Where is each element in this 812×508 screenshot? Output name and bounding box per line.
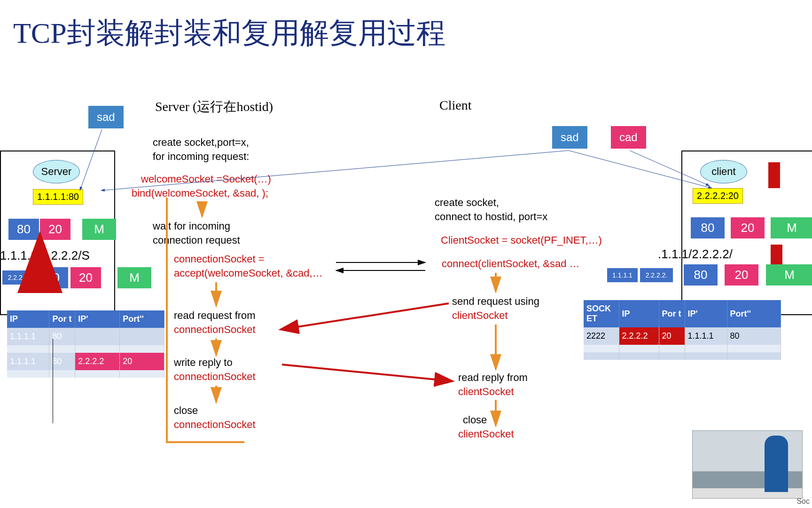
server-table: IPPor tIP'Port'' 1.1.1.180 1.1.1.1802.2.… [7,310,164,378]
footer: Soc [796,497,810,506]
s1b: for incoming request: [153,151,249,163]
c1a: create socket, [435,197,499,209]
ip-line2: .1.1.1/2.2.2.2/ [658,247,733,262]
client-oval: client [700,160,747,183]
ip2c: 2.2.2.2. [640,268,673,282]
c1b: connect to hostid, port=x [435,211,547,223]
c3a: send request using [452,295,539,308]
client-table: SOCK ETIPPor tIP'Port'' 22222.2.2.2201.1… [584,300,781,360]
presenter-photo [692,430,803,499]
red-arrow-block-2 [771,245,782,266]
client-header: Client [439,98,471,113]
c-p20-1: 20 [731,217,765,238]
c-M-1: M [771,217,812,238]
ip1s: 2.2.2.2. [2,270,35,285]
s6a: write reply to [174,357,233,369]
s7b: connectionSocket [174,419,256,431]
svg-line-3 [630,151,710,186]
s5b: connectionSocket [174,324,256,336]
s3a: wait for incoming [153,220,230,232]
svg-line-13 [282,303,449,329]
c4b: clientSocket [458,386,514,398]
s4b: accept(welcomeSocket, &cad,… [174,267,323,279]
ip-line: 1.1.1.1/2.2.2.2/S [0,248,90,263]
server-addr: 1.1.1.1:80 [33,189,83,205]
page-title: TCP封装解封装和复用解复用过程 [13,13,445,53]
s5a: read request from [174,310,256,322]
c-p20-2: 20 [725,264,758,286]
s1a: create socket,port=x, [153,136,249,149]
c5b: clientSocket [458,428,514,440]
s2a: welcomeSocket =Socket(…) [141,173,271,185]
s6b: connectionSocket [174,371,256,383]
sad-label-server: sad [88,106,124,128]
s3b: connection request [153,234,240,246]
s4a: connectionSocket = [174,253,265,265]
table-divider [53,339,53,423]
c2a: ClientSocket = socket(PF_INET,…) [441,234,602,246]
p20-2: 20 [70,267,101,288]
p80-1: 80 [8,219,39,240]
c-p80-2: 80 [684,264,718,286]
c3b: clientSocket [452,310,508,322]
s2b: bind(welcomeSocket, &sad, ); [132,187,268,199]
p80-2: 80 [38,267,68,288]
svg-line-14 [282,365,451,381]
c2b: connect(clientSocket, &sad … [442,258,579,270]
svg-line-2 [569,151,712,188]
sad-label-client: sad [552,126,587,149]
c-p80-1: 80 [691,217,725,238]
svg-line-0 [80,129,102,190]
red-arrow-block-1 [768,162,780,188]
c5a: close [463,414,487,426]
M-2: M [117,267,151,288]
c4a: read reply from [458,372,528,384]
cad-label: cad [611,126,646,149]
ip1c: 1.1.1.1 [607,268,638,282]
server-header: Server (运行在hostid) [155,98,273,116]
p20-1: 20 [40,219,70,240]
s7a: close [174,405,198,417]
c-M-2: M [766,264,812,286]
server-oval: Server [33,160,80,183]
M-1: M [82,219,116,240]
client-addr: 2.2.2.2:20 [693,188,743,204]
